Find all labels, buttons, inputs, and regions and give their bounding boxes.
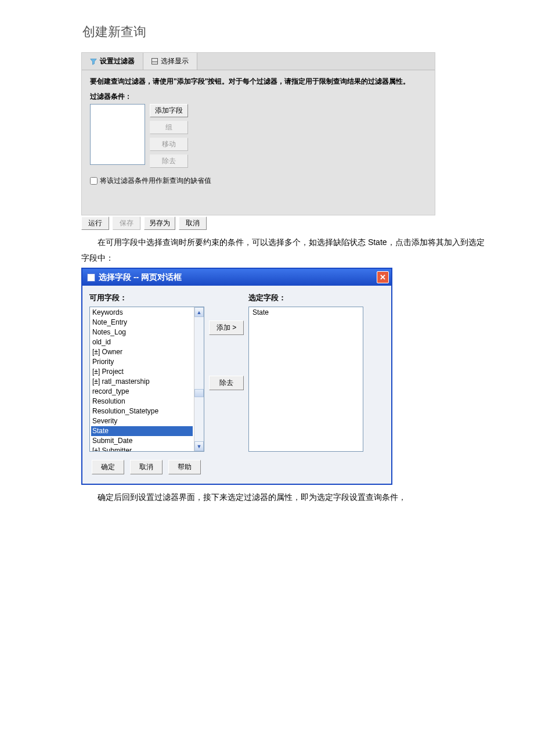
list-item[interactable]: old_id — [91, 337, 193, 347]
default-filter-label: 将该过滤器条件用作新查询的缺省值 — [100, 176, 211, 186]
tab-label: 设置过滤器 — [100, 56, 135, 66]
conditions-listbox[interactable] — [90, 104, 145, 165]
group-button: 组 — [150, 121, 188, 134]
cancel-button[interactable]: 取消 — [179, 217, 207, 230]
selected-fields-label: 选定字段： — [248, 293, 363, 303]
select-field-dialog: 选择字段 -- 网页对话框 ✕ 可用字段： KeywordsNote_Entry… — [81, 268, 392, 485]
dialog-titlebar[interactable]: 选择字段 -- 网页对话框 ✕ — [82, 269, 391, 286]
list-item[interactable]: Severity — [91, 416, 193, 426]
list-item[interactable]: [±] Submitter — [91, 446, 193, 451]
remove-button: 除去 — [150, 154, 188, 168]
page-title: 创建新查询 — [81, 23, 453, 41]
conditions-label: 过滤器条件： — [90, 92, 427, 102]
page-icon — [87, 273, 95, 282]
list-item[interactable]: Note_Entry — [91, 318, 193, 327]
close-icon: ✕ — [380, 273, 386, 282]
selected-fields-list[interactable]: State — [248, 307, 363, 452]
list-item[interactable]: Resolution — [91, 397, 193, 406]
funnel-icon — [90, 58, 97, 65]
scroll-down-icon[interactable]: ▼ — [194, 441, 204, 451]
list-item[interactable]: [±] Owner — [91, 347, 193, 357]
tab-label: 选择显示 — [161, 56, 189, 66]
list-item[interactable]: Submit_Date — [91, 436, 193, 446]
list-item[interactable]: [±] ratl_mastership — [91, 377, 193, 387]
list-item[interactable]: [±] Project — [91, 367, 193, 377]
ok-button[interactable]: 确定 — [92, 460, 124, 474]
tab-body: 要创建查询过滤器，请使用"添加字段"按钮。对于每个过滤器，请指定用于限制查询结果… — [82, 70, 435, 215]
list-item[interactable]: Priority — [91, 357, 193, 367]
list-item[interactable]: Resolution_Statetype — [91, 406, 193, 416]
add-field-button[interactable]: 添加字段 — [150, 104, 188, 117]
default-filter-checkbox[interactable] — [90, 177, 98, 185]
help-button[interactable]: 帮助 — [168, 460, 201, 474]
available-fields-label: 可用字段： — [89, 293, 204, 303]
list-item[interactable]: record_type — [91, 387, 193, 397]
tab-set-filter[interactable]: 设置过滤器 — [82, 53, 143, 70]
run-button[interactable]: 运行 — [81, 217, 109, 230]
paragraph-2: 确定后回到设置过滤器界面，接下来选定过滤器的属性，即为选定字段设置查询条件， — [81, 489, 488, 505]
scroll-up-icon[interactable]: ▲ — [194, 307, 204, 317]
dialog-cancel-button[interactable]: 取消 — [130, 460, 163, 474]
paragraph-1: 在可用字段中选择查询时所要约束的条件，可以选择多个，如选择缺陷状态 State，… — [81, 235, 488, 265]
remove-selected-button[interactable]: 除去 — [209, 376, 244, 390]
close-button[interactable]: ✕ — [377, 271, 389, 283]
filter-panel: 设置过滤器 选择显示 要创建查询过滤器，请使用"添加字段"按钮。对于每个过滤器，… — [81, 52, 435, 215]
tab-bar: 设置过滤器 选择显示 — [82, 53, 435, 70]
tab-select-display[interactable]: 选择显示 — [143, 53, 197, 70]
available-fields-list[interactable]: KeywordsNote_EntryNotes_Logold_id[±] Own… — [89, 307, 204, 452]
add-button[interactable]: 添加 > — [209, 321, 244, 335]
save-as-button[interactable]: 另存为 — [144, 217, 175, 230]
list-item[interactable]: State — [251, 308, 360, 316]
list-item[interactable]: Notes_Log — [91, 327, 193, 337]
save-button: 保存 — [113, 217, 140, 230]
list-item[interactable]: Keywords — [91, 308, 193, 318]
instruction-text: 要创建查询过滤器，请使用"添加字段"按钮。对于每个过滤器，请指定用于限制查询结果… — [90, 76, 427, 87]
move-button: 移动 — [150, 138, 188, 151]
list-item[interactable]: State — [91, 426, 193, 436]
grid-icon — [151, 58, 158, 64]
scrollbar[interactable]: ▲ ▼ — [194, 307, 204, 451]
dialog-title: 选择字段 -- 网页对话框 — [99, 272, 373, 283]
scroll-thumb[interactable] — [194, 389, 204, 397]
scroll-track[interactable] — [194, 317, 204, 441]
